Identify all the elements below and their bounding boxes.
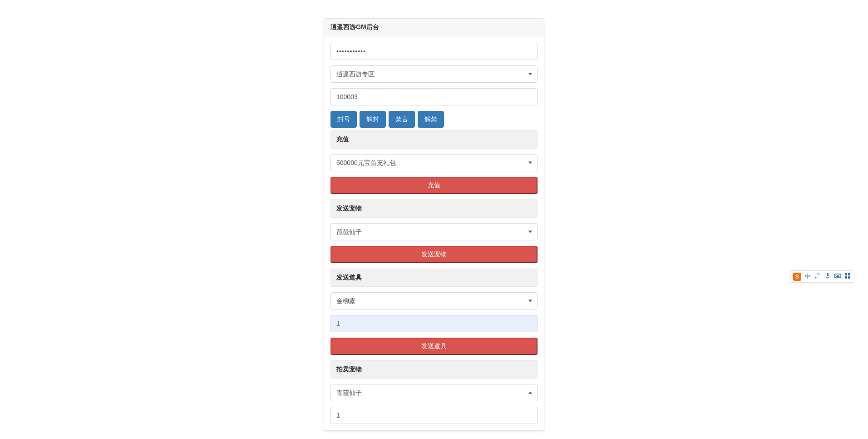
svg-rect-8 <box>848 273 850 275</box>
pet-select[interactable]: 琵琶仙子 <box>330 223 538 240</box>
unban-button[interactable]: 解封 <box>360 111 386 128</box>
svg-point-0 <box>815 277 817 279</box>
panel-body: 逍遥西游专区 封号 解封 禁言 解禁 充值 500000元宝首充礼包 充值 <box>324 36 544 430</box>
account-action-row: 封号 解封 禁言 解禁 <box>330 111 538 128</box>
page-wrap: 逍遥西游GM后台 逍遥西游专区 封号 解封 禁言 解禁 充值 500000元宝首 <box>0 0 868 439</box>
recharge-header: 充值 <box>330 130 538 149</box>
unmute-button[interactable]: 解禁 <box>418 111 444 128</box>
item-qty-input[interactable] <box>330 315 538 332</box>
item-select[interactable]: 金柳露 <box>330 292 538 309</box>
recharge-package-select[interactable]: 500000元宝首充礼包 <box>330 154 538 171</box>
auction-select-wrap: 青霞仙子 <box>330 384 538 401</box>
server-select-wrap: 逍遥西游专区 <box>330 65 538 83</box>
recharge-submit-button[interactable]: 充值 <box>330 177 538 194</box>
ime-punct-icon[interactable] <box>814 272 821 281</box>
sogou-logo-icon[interactable]: S <box>793 273 801 281</box>
svg-rect-2 <box>834 274 841 278</box>
svg-rect-7 <box>845 273 847 275</box>
auction-pet-header: 拍卖宠物 <box>330 360 538 379</box>
svg-rect-6 <box>836 276 839 277</box>
ime-mic-icon[interactable] <box>824 272 831 281</box>
ime-keyboard-icon[interactable] <box>834 272 841 281</box>
ban-button[interactable]: 封号 <box>330 111 357 128</box>
gm-panel-card: 逍遥西游GM后台 逍遥西游专区 封号 解封 禁言 解禁 充值 500000元宝首 <box>324 18 544 431</box>
svg-rect-1 <box>827 273 829 276</box>
auction-pet-select[interactable]: 青霞仙子 <box>330 384 538 401</box>
send-pet-button[interactable]: 发送宠物 <box>330 246 538 263</box>
item-select-wrap: 金柳露 <box>330 292 538 309</box>
svg-rect-5 <box>838 275 839 276</box>
send-pet-header: 发送宠物 <box>330 200 538 218</box>
ime-toolbar[interactable]: S 中 <box>790 270 854 283</box>
panel-title: 逍遥西游GM后台 <box>324 19 544 36</box>
auction-qty-input[interactable] <box>330 407 538 424</box>
recharge-package-wrap: 500000元宝首充礼包 <box>330 154 538 171</box>
server-select[interactable]: 逍遥西游专区 <box>330 65 538 83</box>
svg-rect-9 <box>845 276 847 279</box>
ime-menu-icon[interactable] <box>844 272 851 281</box>
password-input[interactable] <box>330 43 538 60</box>
pet-select-wrap: 琵琶仙子 <box>330 223 538 240</box>
send-item-header: 发送道具 <box>330 269 538 287</box>
send-item-button[interactable]: 发送道具 <box>330 338 538 355</box>
svg-rect-4 <box>837 275 838 276</box>
svg-rect-3 <box>835 275 836 276</box>
mute-button[interactable]: 禁言 <box>389 111 415 128</box>
player-id-input[interactable] <box>330 88 538 105</box>
ime-lang-toggle[interactable]: 中 <box>804 273 811 281</box>
svg-rect-10 <box>848 276 850 279</box>
